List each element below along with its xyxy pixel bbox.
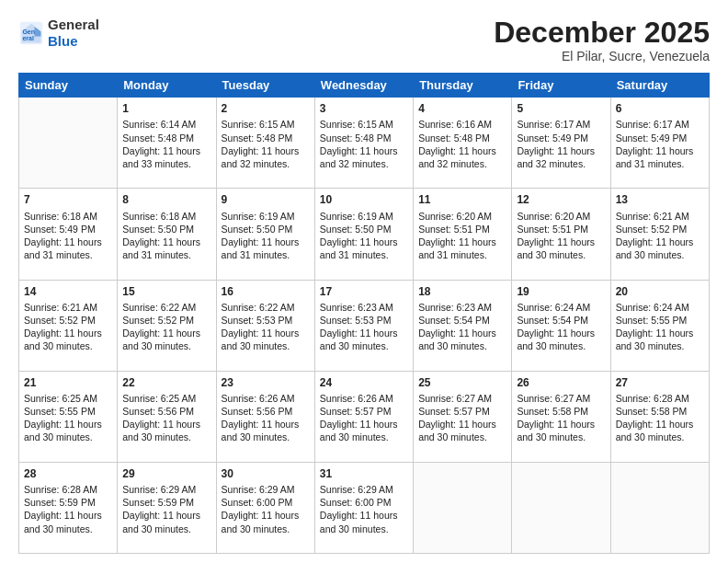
day-info: Sunrise: 6:24 AM: [616, 301, 704, 314]
day-info: Sunset: 5:58 PM: [517, 405, 605, 418]
day-info: Sunset: 5:49 PM: [616, 132, 704, 144]
weekday-header: Monday: [118, 74, 216, 98]
day-info: Sunset: 5:51 PM: [517, 223, 605, 236]
day-info: Daylight: 11 hours and 30 minutes.: [418, 327, 506, 352]
calendar-cell: 16Sunrise: 6:22 AMSunset: 5:53 PMDayligh…: [216, 280, 314, 371]
day-info: Sunset: 5:57 PM: [320, 405, 408, 418]
weekday-header: Wednesday: [314, 74, 413, 98]
day-info: Daylight: 11 hours and 30 minutes.: [320, 327, 408, 352]
calendar-week-row: 7Sunrise: 6:18 AMSunset: 5:49 PMDaylight…: [19, 189, 710, 280]
day-info: Sunset: 5:49 PM: [24, 223, 112, 236]
day-number: 27: [616, 375, 704, 390]
day-info: Sunset: 5:51 PM: [418, 223, 506, 236]
day-info: Sunrise: 6:29 AM: [222, 483, 310, 496]
calendar-cell: 15Sunrise: 6:22 AMSunset: 5:52 PMDayligh…: [118, 280, 216, 371]
day-info: Sunrise: 6:27 AM: [517, 392, 605, 405]
day-info: Sunrise: 6:29 AM: [320, 483, 408, 496]
day-info: Sunset: 5:52 PM: [616, 223, 704, 236]
calendar-cell: 14Sunrise: 6:21 AMSunset: 5:52 PMDayligh…: [19, 280, 118, 371]
day-info: Sunset: 6:00 PM: [222, 496, 310, 509]
day-info: Daylight: 11 hours and 30 minutes.: [517, 327, 605, 352]
day-info: Daylight: 11 hours and 30 minutes.: [616, 418, 704, 443]
day-info: Daylight: 11 hours and 30 minutes.: [222, 509, 310, 534]
day-number: 5: [517, 101, 605, 116]
day-number: 12: [517, 192, 605, 207]
day-info: Sunset: 5:54 PM: [418, 314, 506, 327]
day-number: 1: [122, 101, 210, 116]
day-info: Sunset: 5:56 PM: [222, 405, 310, 418]
day-info: Sunset: 5:49 PM: [517, 132, 605, 144]
calendar-cell: 29Sunrise: 6:29 AMSunset: 5:59 PMDayligh…: [118, 462, 216, 553]
calendar-cell: 10Sunrise: 6:19 AMSunset: 5:50 PMDayligh…: [314, 189, 413, 280]
day-info: Sunrise: 6:15 AM: [222, 118, 310, 131]
svg-text:eral: eral: [22, 35, 34, 41]
logo-general: General: [48, 17, 99, 33]
day-info: Sunrise: 6:25 AM: [24, 392, 112, 405]
calendar-cell: 24Sunrise: 6:26 AMSunset: 5:57 PMDayligh…: [314, 371, 413, 462]
logo-icon: Gen eral: [18, 20, 44, 46]
calendar-cell: 11Sunrise: 6:20 AMSunset: 5:51 PMDayligh…: [414, 189, 512, 280]
day-info: Daylight: 11 hours and 30 minutes.: [222, 418, 310, 443]
day-info: Sunset: 6:00 PM: [320, 496, 408, 509]
calendar-week-row: 28Sunrise: 6:28 AMSunset: 5:59 PMDayligh…: [19, 462, 710, 553]
day-number: 16: [222, 284, 310, 299]
calendar-week-row: 14Sunrise: 6:21 AMSunset: 5:52 PMDayligh…: [19, 280, 710, 371]
calendar-cell: 2Sunrise: 6:15 AMSunset: 5:48 PMDaylight…: [216, 98, 314, 189]
calendar-cell: 30Sunrise: 6:29 AMSunset: 6:00 PMDayligh…: [216, 462, 314, 553]
day-info: Sunset: 5:53 PM: [320, 314, 408, 327]
day-number: 26: [517, 375, 605, 390]
day-info: Sunset: 5:57 PM: [418, 405, 506, 418]
calendar-cell: 1Sunrise: 6:14 AMSunset: 5:48 PMDaylight…: [118, 98, 216, 189]
calendar-cell: 26Sunrise: 6:27 AMSunset: 5:58 PMDayligh…: [512, 371, 610, 462]
title-block: December 2025 El Pilar, Sucre, Venezuela: [494, 17, 710, 63]
day-info: Daylight: 11 hours and 32 minutes.: [418, 144, 506, 170]
svg-text:Gen: Gen: [22, 29, 35, 35]
day-info: Sunset: 5:48 PM: [418, 132, 506, 144]
calendar-cell: [19, 98, 118, 189]
day-number: 24: [320, 375, 408, 390]
day-info: Sunset: 5:56 PM: [122, 405, 210, 418]
day-info: Sunrise: 6:19 AM: [320, 210, 408, 223]
weekday-header: Friday: [512, 74, 610, 98]
day-info: Sunrise: 6:19 AM: [222, 210, 310, 223]
day-info: Daylight: 11 hours and 31 minutes.: [616, 144, 704, 170]
calendar-week-row: 21Sunrise: 6:25 AMSunset: 5:55 PMDayligh…: [19, 371, 710, 462]
day-number: 11: [418, 192, 506, 207]
day-info: Sunset: 5:50 PM: [320, 223, 408, 236]
location: El Pilar, Sucre, Venezuela: [494, 49, 710, 63]
day-info: Daylight: 11 hours and 33 minutes.: [122, 144, 210, 170]
calendar-cell: 6Sunrise: 6:17 AMSunset: 5:49 PMDaylight…: [610, 98, 709, 189]
month-title: December 2025: [494, 17, 710, 49]
day-number: 20: [616, 284, 704, 299]
calendar-cell: 19Sunrise: 6:24 AMSunset: 5:54 PMDayligh…: [512, 280, 610, 371]
day-info: Sunset: 5:48 PM: [320, 132, 408, 144]
day-info: Daylight: 11 hours and 30 minutes.: [24, 327, 112, 352]
weekday-header: Tuesday: [216, 74, 314, 98]
day-number: 13: [616, 192, 704, 207]
day-info: Sunrise: 6:22 AM: [122, 301, 210, 314]
day-info: Daylight: 11 hours and 31 minutes.: [222, 236, 310, 261]
calendar-cell: 13Sunrise: 6:21 AMSunset: 5:52 PMDayligh…: [610, 189, 709, 280]
calendar-cell: 12Sunrise: 6:20 AMSunset: 5:51 PMDayligh…: [512, 189, 610, 280]
calendar-header-row: SundayMondayTuesdayWednesdayThursdayFrid…: [19, 74, 710, 98]
calendar-cell: 4Sunrise: 6:16 AMSunset: 5:48 PMDaylight…: [414, 98, 512, 189]
calendar-cell: 22Sunrise: 6:25 AMSunset: 5:56 PMDayligh…: [118, 371, 216, 462]
page: Gen eral General Blue December 2025 El P…: [0, 0, 728, 563]
day-number: 30: [222, 466, 310, 481]
day-info: Sunset: 5:52 PM: [122, 314, 210, 327]
logo-text: General Blue: [48, 17, 99, 50]
day-info: Sunrise: 6:26 AM: [320, 392, 408, 405]
day-number: 21: [24, 375, 112, 390]
day-info: Daylight: 11 hours and 32 minutes.: [222, 144, 310, 170]
day-info: Daylight: 11 hours and 32 minutes.: [517, 144, 605, 170]
day-info: Sunrise: 6:16 AM: [418, 118, 506, 131]
day-info: Sunset: 5:50 PM: [122, 223, 210, 236]
calendar-cell: 21Sunrise: 6:25 AMSunset: 5:55 PMDayligh…: [19, 371, 118, 462]
day-info: Sunrise: 6:21 AM: [616, 210, 704, 223]
day-info: Sunset: 5:52 PM: [24, 314, 112, 327]
day-info: Sunrise: 6:22 AM: [222, 301, 310, 314]
day-info: Sunrise: 6:15 AM: [320, 118, 408, 131]
logo: Gen eral General Blue: [18, 17, 99, 50]
calendar-cell: 20Sunrise: 6:24 AMSunset: 5:55 PMDayligh…: [610, 280, 709, 371]
day-number: 29: [122, 466, 210, 481]
